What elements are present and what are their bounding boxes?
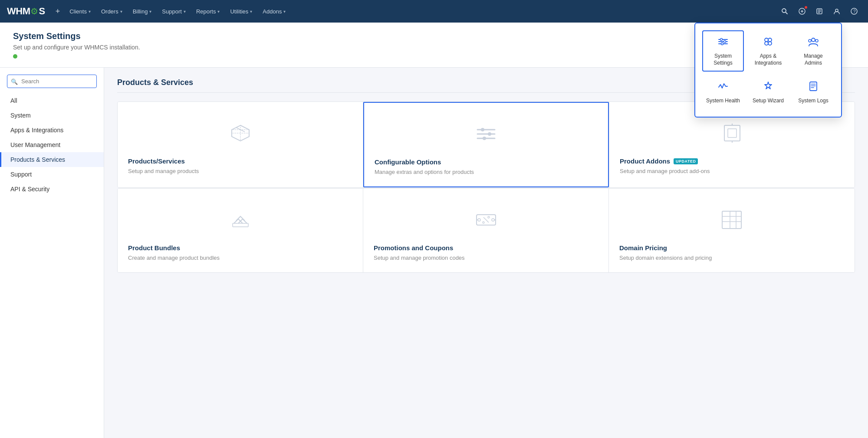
apps-integrations-icon — [762, 36, 774, 50]
dropdown-item-setup-wizard[interactable]: Setup Wizard — [747, 75, 789, 110]
card-desc: Manage extras and options for products — [375, 168, 474, 176]
nav-addons[interactable]: Addons ▾ — [258, 6, 290, 17]
svg-rect-26 — [722, 211, 741, 229]
dropdown-item-label: System Health — [706, 98, 740, 105]
card-title: Configurable Options — [375, 158, 441, 166]
card-title: Products/Services — [128, 157, 185, 165]
card-product-bundles[interactable]: Product Bundles Create and manage produc… — [118, 189, 363, 272]
cards-row-2: Product Bundles Create and manage produc… — [117, 188, 855, 273]
notifications-button[interactable] — [795, 4, 809, 18]
sidebar-item-all[interactable]: All — [0, 93, 104, 108]
add-button[interactable]: + — [52, 5, 64, 18]
setup-wizard-icon — [762, 80, 774, 95]
card-title: Product Addons UPDATED — [620, 157, 698, 165]
svg-point-12 — [481, 128, 484, 131]
svg-point-38 — [768, 38, 772, 42]
card-icon-area — [619, 203, 844, 237]
dropdown-item-label: Setup Wizard — [753, 98, 784, 105]
svg-point-42 — [809, 39, 811, 42]
sidebar-item-user-management[interactable]: User Management — [0, 137, 104, 152]
svg-point-34 — [720, 39, 723, 41]
svg-point-13 — [488, 132, 491, 136]
svg-point-14 — [483, 137, 486, 140]
main-content: Products & Services Products/Services Se… — [104, 68, 868, 438]
card-title: Product Bundles — [128, 244, 180, 252]
search-input[interactable] — [7, 75, 97, 88]
svg-point-43 — [815, 39, 818, 42]
svg-rect-16 — [728, 129, 736, 137]
notification-badge — [804, 5, 808, 10]
addon-icon — [719, 120, 745, 146]
chevron-down-icon: ▾ — [120, 9, 122, 14]
chevron-down-icon: ▾ — [149, 9, 151, 14]
status-dot — [13, 54, 17, 59]
card-desc: Setup and manage product add-ons — [620, 167, 710, 175]
card-products-services[interactable]: Products/Services Setup and manage produ… — [118, 102, 363, 187]
nav-utilities[interactable]: Utilities ▾ — [226, 6, 256, 17]
online-indicator — [13, 54, 17, 59]
system-health-icon — [717, 80, 729, 95]
card-title: Promotions and Coupons — [374, 244, 453, 252]
search-icon: 🔍 — [11, 78, 18, 85]
card-desc: Setup and manage products — [128, 167, 199, 175]
dropdown-item-label: Apps & Integrations — [751, 53, 786, 66]
card-desc: Create and manage product bundles — [128, 254, 220, 262]
card-configurable-options[interactable]: Configurable Options Manage extras and o… — [363, 102, 609, 187]
dropdown-grid: System Settings Apps & Integrations — [702, 30, 834, 110]
dropdown-item-system-logs[interactable]: System Logs — [792, 75, 834, 110]
search-button[interactable] — [778, 4, 792, 18]
sidebar-item-system[interactable]: System — [0, 108, 104, 123]
svg-line-1 — [786, 12, 787, 14]
help-button[interactable]: ? — [847, 4, 861, 18]
dropdown-item-label: System Logs — [798, 98, 828, 105]
logo-gear-icon: ⚙ — [30, 6, 38, 16]
sidebar-item-apps[interactable]: Apps & Integrations — [0, 123, 104, 137]
chevron-down-icon: ▾ — [89, 9, 91, 14]
card-icon-area — [620, 116, 844, 150]
card-promotions-coupons[interactable]: Promotions and Coupons Setup and manage … — [363, 189, 609, 272]
svg-point-6 — [835, 9, 838, 12]
sidebar-item-api-security[interactable]: API & Security — [0, 182, 104, 196]
svg-point-21 — [478, 219, 480, 221]
nav-clients[interactable]: Clients ▾ — [65, 6, 95, 17]
card-icon-area — [128, 203, 352, 237]
card-domain-pricing[interactable]: Domain Pricing Setup domain extensions a… — [609, 189, 855, 272]
svg-text:?: ? — [853, 9, 856, 14]
card-icon-area — [375, 117, 598, 151]
card-desc: Setup domain extensions and pricing — [619, 254, 712, 262]
svg-rect-44 — [810, 82, 817, 91]
nav-reports[interactable]: Reports ▾ — [192, 6, 224, 17]
nav-orders[interactable]: Orders ▾ — [97, 6, 127, 17]
chevron-down-icon: ▾ — [184, 9, 186, 14]
card-desc: Setup and manage promotion codes — [374, 254, 465, 262]
svg-point-36 — [721, 43, 723, 45]
svg-point-25 — [488, 216, 490, 218]
svg-point-37 — [765, 38, 768, 42]
dropdown-item-system-settings[interactable]: System Settings — [702, 30, 744, 72]
dropdown-item-manage-admins[interactable]: Manage Admins — [792, 30, 834, 72]
dropdown-item-apps-integrations[interactable]: Apps & Integrations — [747, 30, 789, 72]
dropdown-item-label: System Settings — [706, 53, 740, 66]
svg-point-41 — [812, 38, 815, 42]
bundles-icon — [227, 207, 253, 233]
search-container: 🔍 — [7, 75, 97, 88]
chevron-down-icon: ▾ — [283, 9, 286, 14]
nav-support[interactable]: Support ▾ — [158, 6, 190, 17]
dropdown-item-system-health[interactable]: System Health — [702, 75, 744, 110]
chevron-down-icon: ▾ — [217, 9, 220, 14]
nav-billing[interactable]: Billing ▾ — [128, 6, 156, 17]
logo[interactable]: WHM ⚙ S — [7, 6, 45, 17]
chevron-down-icon: ▾ — [250, 9, 252, 14]
svg-point-35 — [724, 41, 726, 43]
sidebar-item-support[interactable]: Support — [0, 167, 104, 182]
card-icon-area — [128, 116, 352, 150]
sidebar: 🔍 All System Apps & Integrations User Ma… — [0, 68, 104, 438]
user-avatar[interactable] — [830, 4, 844, 18]
svg-point-40 — [768, 42, 772, 45]
card-icon-area — [374, 203, 598, 237]
svg-rect-15 — [724, 125, 740, 141]
sliders-icon — [473, 121, 499, 147]
topnav: WHM ⚙ S + Clients ▾ Orders ▾ Billing ▾ S… — [0, 0, 868, 23]
edit-button[interactable] — [812, 4, 826, 18]
sidebar-item-products[interactable]: Products & Services — [0, 152, 104, 167]
